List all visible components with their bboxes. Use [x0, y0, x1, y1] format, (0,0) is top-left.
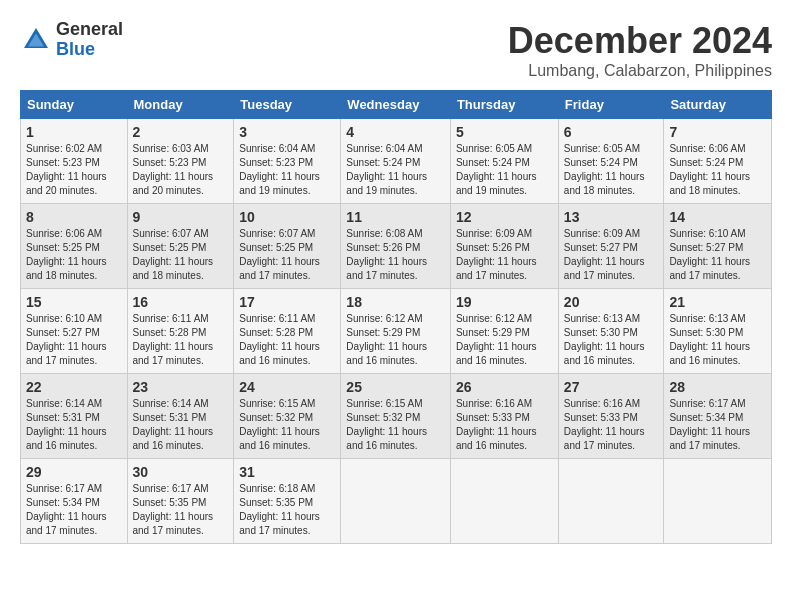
day-number: 14: [669, 209, 766, 225]
calendar-cell: 1Sunrise: 6:02 AMSunset: 5:23 PMDaylight…: [21, 119, 128, 204]
calendar-cell: 29Sunrise: 6:17 AMSunset: 5:34 PMDayligh…: [21, 459, 128, 544]
day-info: Sunrise: 6:06 AMSunset: 5:24 PMDaylight:…: [669, 142, 766, 198]
day-number: 2: [133, 124, 229, 140]
day-number: 15: [26, 294, 122, 310]
day-number: 12: [456, 209, 553, 225]
header-sunday: Sunday: [21, 91, 128, 119]
day-number: 3: [239, 124, 335, 140]
calendar-cell: 9Sunrise: 6:07 AMSunset: 5:25 PMDaylight…: [127, 204, 234, 289]
header-wednesday: Wednesday: [341, 91, 451, 119]
calendar-cell: 6Sunrise: 6:05 AMSunset: 5:24 PMDaylight…: [558, 119, 664, 204]
header-friday: Friday: [558, 91, 664, 119]
calendar-cell: 26Sunrise: 6:16 AMSunset: 5:33 PMDayligh…: [450, 374, 558, 459]
day-number: 26: [456, 379, 553, 395]
calendar-cell: 4Sunrise: 6:04 AMSunset: 5:24 PMDaylight…: [341, 119, 451, 204]
calendar-cell: 16Sunrise: 6:11 AMSunset: 5:28 PMDayligh…: [127, 289, 234, 374]
day-number: 19: [456, 294, 553, 310]
calendar-cell: 25Sunrise: 6:15 AMSunset: 5:32 PMDayligh…: [341, 374, 451, 459]
calendar-cell: 2Sunrise: 6:03 AMSunset: 5:23 PMDaylight…: [127, 119, 234, 204]
calendar-cell: 27Sunrise: 6:16 AMSunset: 5:33 PMDayligh…: [558, 374, 664, 459]
calendar-cell: 18Sunrise: 6:12 AMSunset: 5:29 PMDayligh…: [341, 289, 451, 374]
day-number: 25: [346, 379, 445, 395]
day-number: 31: [239, 464, 335, 480]
day-number: 4: [346, 124, 445, 140]
calendar-cell: 5Sunrise: 6:05 AMSunset: 5:24 PMDaylight…: [450, 119, 558, 204]
logo-icon: [20, 24, 52, 56]
day-number: 30: [133, 464, 229, 480]
logo-text: General Blue: [56, 20, 123, 60]
logo: General Blue: [20, 20, 123, 60]
calendar-cell: 13Sunrise: 6:09 AMSunset: 5:27 PMDayligh…: [558, 204, 664, 289]
day-info: Sunrise: 6:13 AMSunset: 5:30 PMDaylight:…: [669, 312, 766, 368]
calendar-cell: 20Sunrise: 6:13 AMSunset: 5:30 PMDayligh…: [558, 289, 664, 374]
day-info: Sunrise: 6:16 AMSunset: 5:33 PMDaylight:…: [564, 397, 659, 453]
day-info: Sunrise: 6:15 AMSunset: 5:32 PMDaylight:…: [239, 397, 335, 453]
day-info: Sunrise: 6:11 AMSunset: 5:28 PMDaylight:…: [239, 312, 335, 368]
day-number: 10: [239, 209, 335, 225]
calendar-cell: 19Sunrise: 6:12 AMSunset: 5:29 PMDayligh…: [450, 289, 558, 374]
calendar-cell: [664, 459, 772, 544]
day-number: 11: [346, 209, 445, 225]
day-info: Sunrise: 6:13 AMSunset: 5:30 PMDaylight:…: [564, 312, 659, 368]
day-info: Sunrise: 6:11 AMSunset: 5:28 PMDaylight:…: [133, 312, 229, 368]
calendar-week-3: 15Sunrise: 6:10 AMSunset: 5:27 PMDayligh…: [21, 289, 772, 374]
logo-blue: Blue: [56, 40, 123, 60]
day-number: 27: [564, 379, 659, 395]
header-monday: Monday: [127, 91, 234, 119]
title-block: December 2024 Lumbang, Calabarzon, Phili…: [508, 20, 772, 80]
day-info: Sunrise: 6:17 AMSunset: 5:34 PMDaylight:…: [669, 397, 766, 453]
day-number: 28: [669, 379, 766, 395]
day-number: 17: [239, 294, 335, 310]
day-number: 22: [26, 379, 122, 395]
calendar-cell: 23Sunrise: 6:14 AMSunset: 5:31 PMDayligh…: [127, 374, 234, 459]
day-info: Sunrise: 6:07 AMSunset: 5:25 PMDaylight:…: [133, 227, 229, 283]
calendar-cell: 31Sunrise: 6:18 AMSunset: 5:35 PMDayligh…: [234, 459, 341, 544]
calendar-week-1: 1Sunrise: 6:02 AMSunset: 5:23 PMDaylight…: [21, 119, 772, 204]
day-number: 21: [669, 294, 766, 310]
day-number: 16: [133, 294, 229, 310]
day-info: Sunrise: 6:05 AMSunset: 5:24 PMDaylight:…: [564, 142, 659, 198]
calendar-cell: 22Sunrise: 6:14 AMSunset: 5:31 PMDayligh…: [21, 374, 128, 459]
calendar-cell: 12Sunrise: 6:09 AMSunset: 5:26 PMDayligh…: [450, 204, 558, 289]
calendar-cell: 30Sunrise: 6:17 AMSunset: 5:35 PMDayligh…: [127, 459, 234, 544]
day-info: Sunrise: 6:12 AMSunset: 5:29 PMDaylight:…: [456, 312, 553, 368]
day-info: Sunrise: 6:09 AMSunset: 5:27 PMDaylight:…: [564, 227, 659, 283]
calendar-cell: 10Sunrise: 6:07 AMSunset: 5:25 PMDayligh…: [234, 204, 341, 289]
location: Lumbang, Calabarzon, Philippines: [508, 62, 772, 80]
calendar-week-2: 8Sunrise: 6:06 AMSunset: 5:25 PMDaylight…: [21, 204, 772, 289]
header-saturday: Saturday: [664, 91, 772, 119]
calendar-cell: 17Sunrise: 6:11 AMSunset: 5:28 PMDayligh…: [234, 289, 341, 374]
day-info: Sunrise: 6:18 AMSunset: 5:35 PMDaylight:…: [239, 482, 335, 538]
day-number: 9: [133, 209, 229, 225]
calendar-cell: 11Sunrise: 6:08 AMSunset: 5:26 PMDayligh…: [341, 204, 451, 289]
calendar-cell: 28Sunrise: 6:17 AMSunset: 5:34 PMDayligh…: [664, 374, 772, 459]
day-number: 23: [133, 379, 229, 395]
day-info: Sunrise: 6:04 AMSunset: 5:24 PMDaylight:…: [346, 142, 445, 198]
header-thursday: Thursday: [450, 91, 558, 119]
logo-general: General: [56, 20, 123, 40]
page-header: General Blue December 2024 Lumbang, Cala…: [20, 20, 772, 80]
day-number: 24: [239, 379, 335, 395]
day-info: Sunrise: 6:03 AMSunset: 5:23 PMDaylight:…: [133, 142, 229, 198]
day-info: Sunrise: 6:02 AMSunset: 5:23 PMDaylight:…: [26, 142, 122, 198]
day-info: Sunrise: 6:12 AMSunset: 5:29 PMDaylight:…: [346, 312, 445, 368]
day-info: Sunrise: 6:04 AMSunset: 5:23 PMDaylight:…: [239, 142, 335, 198]
day-info: Sunrise: 6:17 AMSunset: 5:35 PMDaylight:…: [133, 482, 229, 538]
day-info: Sunrise: 6:10 AMSunset: 5:27 PMDaylight:…: [26, 312, 122, 368]
day-info: Sunrise: 6:05 AMSunset: 5:24 PMDaylight:…: [456, 142, 553, 198]
day-number: 1: [26, 124, 122, 140]
calendar-cell: 14Sunrise: 6:10 AMSunset: 5:27 PMDayligh…: [664, 204, 772, 289]
calendar-cell: 24Sunrise: 6:15 AMSunset: 5:32 PMDayligh…: [234, 374, 341, 459]
day-info: Sunrise: 6:15 AMSunset: 5:32 PMDaylight:…: [346, 397, 445, 453]
calendar-cell: 3Sunrise: 6:04 AMSunset: 5:23 PMDaylight…: [234, 119, 341, 204]
day-info: Sunrise: 6:08 AMSunset: 5:26 PMDaylight:…: [346, 227, 445, 283]
day-number: 18: [346, 294, 445, 310]
calendar-cell: 21Sunrise: 6:13 AMSunset: 5:30 PMDayligh…: [664, 289, 772, 374]
calendar-cell: [450, 459, 558, 544]
day-number: 7: [669, 124, 766, 140]
calendar-cell: [558, 459, 664, 544]
calendar-cell: 7Sunrise: 6:06 AMSunset: 5:24 PMDaylight…: [664, 119, 772, 204]
day-info: Sunrise: 6:07 AMSunset: 5:25 PMDaylight:…: [239, 227, 335, 283]
day-number: 13: [564, 209, 659, 225]
day-number: 5: [456, 124, 553, 140]
